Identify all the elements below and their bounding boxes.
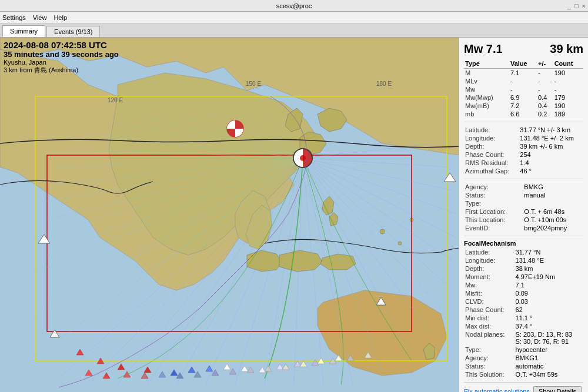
divider-1 (464, 122, 583, 122)
info-row: EventID: bmg2024pmny (464, 224, 583, 232)
info-row: Azimuthal Gap: 46 ° (464, 167, 583, 175)
window-controls[interactable]: _ □ × (567, 2, 586, 9)
info-row: Longitude: 131.48 °E +/- 2 km (464, 134, 583, 142)
event-datetime: 2024-08-08 07:42:58 UTC (4, 40, 119, 50)
divider-2 (464, 179, 583, 179)
divider-4 (464, 382, 583, 383)
info-row: Latitude: 31.77 °N +/- 3 km (464, 126, 583, 134)
info-row: Max dist: 37.4 ° (464, 322, 583, 330)
info-row: This Location: O.T. +10m 00s (464, 216, 583, 224)
info-panel: Mw 7.1 39 km Type Value +/- Count M 7.1 … (459, 38, 588, 392)
focal-mechanism-title: FocalMechanism (464, 240, 583, 247)
show-details-button[interactable]: Show Details (533, 386, 582, 392)
info-row: Depth: 39 km +/- 6 km (464, 142, 583, 150)
menu-view[interactable]: View (33, 14, 47, 21)
col-value: Value (509, 59, 537, 69)
location-table: Latitude: 31.77 °N +/- 3 km Longitude: 1… (464, 126, 583, 175)
tab-events[interactable]: Events (9/13) (46, 26, 100, 37)
info-row: Nodal planes: S: 203, D: 13, R: 83S: 30,… (464, 330, 583, 346)
info-row: Misfit: 0.09 (464, 289, 583, 297)
panel-header: Mw 7.1 39 km (464, 42, 583, 56)
distance-display: 39 km (550, 42, 583, 56)
titlebar: scesv@proc _ □ × (0, 0, 588, 12)
map-svg: 120 E 150 E 180 E (0, 38, 459, 392)
svg-point-1 (380, 229, 385, 234)
table-row: Mw(Mwp) 6.9 0.4 179 (464, 93, 583, 102)
map-area[interactable]: 2024-08-08 07:42:58 UTC 35 minutes and 3… (0, 38, 459, 392)
event-location: Kyushu, Japan (4, 59, 119, 66)
table-row: M 7.1 - 190 (464, 69, 583, 78)
magnitude-display: Mw 7.1 (464, 42, 503, 56)
info-row: Status: manual (464, 191, 583, 199)
info-row: This Solution: O.T. +34m 59s (464, 370, 583, 378)
event-ago: 35 minutes and 39 seconds ago (4, 50, 119, 59)
info-row: Status: automatic (464, 362, 583, 370)
tab-summary[interactable]: Summary (2, 25, 45, 37)
table-row: Mw(mB) 7.2 0.4 190 (464, 102, 583, 110)
svg-text:120 E: 120 E (108, 97, 123, 103)
info-row: Phase Count: 62 (464, 306, 583, 314)
info-row: RMS Residual: 1.4 (464, 159, 583, 167)
svg-point-50 (300, 155, 306, 161)
menu-help[interactable]: Help (54, 14, 67, 21)
info-row: Latitude: 31.77 °N (464, 248, 583, 256)
focal-table: Latitude: 31.77 °N Longitude: 131.48 °E … (464, 248, 583, 378)
info-row: Moment: 4.97E+19 Nm (464, 273, 583, 281)
event-distance: 3 km from 青島 (Aoshima) (4, 66, 119, 75)
magnitude-table: Type Value +/- Count M 7.1 - 190 MLv - - (464, 59, 583, 118)
agency-table: Agency: BMKG Status: manual Type: First … (464, 183, 583, 232)
event-header: 2024-08-08 07:42:58 UTC 35 minutes and 3… (4, 40, 119, 75)
window-title: scesv@proc (276, 2, 312, 9)
tabbar: Summary Events (9/13) (0, 24, 588, 38)
info-row: CLVD: 0.03 (464, 297, 583, 306)
info-row: Longitude: 131.48 °E (464, 256, 583, 264)
col-count: Count (553, 59, 583, 69)
main-content: 2024-08-08 07:42:58 UTC 35 minutes and 3… (0, 38, 588, 392)
menu-settings[interactable]: Settings (2, 14, 26, 21)
info-row: Type: hypocenter (464, 346, 583, 354)
table-row: mb 6.6 0.2 189 (464, 110, 583, 118)
info-row: Type: (464, 199, 583, 207)
svg-text:150 E: 150 E (246, 81, 261, 87)
info-row: Depth: 38 km (464, 264, 583, 273)
col-plusminus: +/- (537, 59, 553, 69)
info-row: Phase Count: 254 (464, 150, 583, 159)
svg-text:180 E: 180 E (376, 81, 392, 87)
info-row: Agency: BMKG1 (464, 354, 583, 362)
maximize-btn[interactable]: □ (574, 2, 579, 9)
info-row: Min dist: 11.1 ° (464, 314, 583, 322)
menubar: Settings View Help (0, 12, 588, 24)
info-row: Agency: BMKG (464, 183, 583, 191)
close-btn[interactable]: × (582, 2, 586, 9)
col-type: Type (464, 59, 509, 69)
button-row-1: Fix automatic solutions Show Details (464, 386, 583, 392)
fix-solutions-link[interactable]: Fix automatic solutions (464, 388, 530, 392)
table-row: Mw - - - (464, 85, 583, 93)
table-row: MLv - - - (464, 77, 583, 85)
minimize-btn[interactable]: _ (567, 2, 571, 9)
info-row: Mw: 7.1 (464, 281, 583, 289)
info-row: First Location: O.T. + 6m 48s (464, 207, 583, 216)
divider-3 (464, 236, 583, 236)
